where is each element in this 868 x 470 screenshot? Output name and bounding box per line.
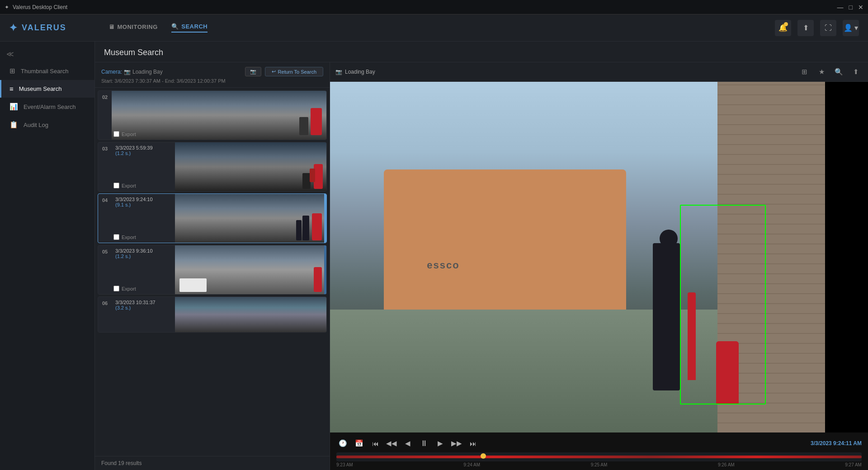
thumb-export-checkbox-03[interactable] [113,183,119,188]
thumb-export-label-03: Export [122,183,136,188]
camera-icon: 📷 [124,69,131,75]
sidebar-item-audit-log[interactable]: 📋 Audit Log [0,116,94,134]
thumb-duration-06: (3.2 s.) [115,305,171,310]
skip-back-button[interactable]: ⏮ [369,437,382,450]
thumb-num-04: 04 [102,197,108,203]
timeline-event-segment [336,456,862,458]
video-right-edge [825,82,868,432]
thumb-num: 02 [102,94,108,100]
notifications-button[interactable]: 🔔 [775,20,791,36]
content-area: Museum Search Camera: 📷 Loading Bay 📷 ↩ [95,42,868,470]
sidebar-collapse-button[interactable]: ≪ [0,46,94,62]
scene-person-body [653,243,680,390]
timeline-time-labels: 9:23 AM 9:24 AM 9:25 AM 9:26 AM 9:27 AM [330,461,868,467]
sidebar-item-event-alarm-search[interactable]: 📊 Event/Alarm Search [0,98,94,116]
back-button[interactable]: ◀ [401,437,414,450]
thumb-export-checkbox-02[interactable] [113,131,119,137]
close-button[interactable]: ✕ [858,4,863,11]
playback-timestamp: 3/3/2023 9:24:11 AM [811,440,862,446]
sidebar-item-thumbnail-search[interactable]: ⊞ Thumbnail Search [0,62,94,80]
thumbnail-item-03[interactable]: 03 3/3/2023 5:59:39 (1.2 s.) [98,142,327,192]
user-button[interactable]: 👤 ▾ [843,20,859,36]
thumb-item-left-03: 03 [98,142,112,191]
camera-name: Loading Bay [132,69,163,75]
window-controls: — □ ✕ [837,4,863,11]
titlebar: ✦ Valerus Desktop Client — □ ✕ [0,0,868,14]
thumb-num-05: 05 [102,249,108,254]
sidebar-item-museum-search[interactable]: ≡ Museum Search [0,80,94,98]
thumbnail-item-06[interactable]: 06 3/3/2023 10:31:37 (3.2 s.) [98,296,327,333]
layout-button[interactable]: ⊞ [797,65,811,79]
timeline-playhead[interactable] [481,453,486,459]
main-nav: 🖥 MONITORING 🔍 SEARCH [108,23,208,33]
audit-log-icon: 📋 [9,121,18,129]
bookmark-button[interactable]: ★ [815,65,828,79]
share-video-button[interactable]: ⬆ [849,65,863,79]
zoom-button[interactable]: 🔍 [832,65,845,79]
share-button[interactable]: ⬆ [797,20,814,36]
thumb-date-05: 3/3/2023 9:36:10 [115,248,171,254]
clock-icon-button[interactable]: 🕐 [336,437,349,450]
thumb-date-04: 3/3/2023 9:24:10 [115,197,171,202]
thumb-item-left-05: 05 [98,245,112,294]
thumb-export-checkbox-04[interactable] [113,234,119,240]
museum-search-icon: ≡ [9,85,14,93]
thumb-image-04 [175,194,326,243]
logo-icon: ✦ [9,22,17,34]
scroll-indicator-05 [324,245,326,294]
app-title: Valerus Desktop Client [13,4,67,10]
snapshot-button[interactable]: 📷 [245,67,261,76]
video-area[interactable]: essco [330,82,868,432]
timeline-label-2: 9:25 AM [591,462,608,467]
content-body: Camera: 📷 Loading Bay 📷 ↩ Return To Sear… [95,62,868,470]
play-button[interactable]: ▶ [434,437,447,450]
calendar-icon-button[interactable]: 📅 [353,437,365,450]
thumb-meta-06: 3/3/2023 10:31:37 (3.2 s.) [112,297,175,332]
nav-search[interactable]: 🔍 SEARCH [171,23,208,33]
timeline-bar[interactable] [336,452,862,461]
timeline-playback-controls: 🕐 📅 ⏮ ◀◀ ◀ ⏸ ▶ ▶▶ ⏭ [336,437,479,450]
app-icon: ✦ [5,4,9,10]
video-camera-label: 📷 Loading Bay [335,69,375,75]
skip-forward-button[interactable]: ⏭ [467,437,479,450]
thumb-export-label-02: Export [122,132,136,137]
thumb-duration-03: (1.2 s.) [115,150,171,156]
start-time: 3/6/2023 7:30:37 AM [114,78,160,84]
sidebar: ≪ ⊞ Thumbnail Search ≡ Museum Search 📊 E… [0,42,95,470]
maximize-button[interactable]: □ [849,4,853,11]
search-icon: 🔍 [171,23,179,30]
return-to-search-button[interactable]: ↩ Return To Search [265,67,323,76]
pause-button[interactable]: ⏸ [418,437,430,450]
video-panel: 📷 Loading Bay ⊞ ★ 🔍 ⬆ [330,62,868,470]
timeline-label-3: 9:26 AM [718,462,735,467]
found-results: Found 19 results [95,456,330,470]
thumb-export-label-05: Export [122,286,136,291]
video-cam-icon: 📷 [335,69,342,75]
thumb-item-left-04: 04 [98,194,112,243]
fullscreen-button[interactable]: ⛶ [820,20,836,36]
step-back-button[interactable]: ◀◀ [385,437,398,450]
return-icon: ↩ [272,69,276,75]
page-title: Museum Search [104,48,859,57]
thumb-image-03 [175,142,326,191]
logo-text: VALERUS [22,23,66,33]
thumb-export-checkbox-05[interactable] [113,286,119,291]
timeline-controls: 🕐 📅 ⏮ ◀◀ ◀ ⏸ ▶ ▶▶ ⏭ 3/3/2023 9:24:11 AM [330,435,868,452]
page-header: Museum Search [95,42,868,62]
thumbnail-item-02[interactable]: 02 Export [98,90,327,140]
minimize-button[interactable]: — [837,4,844,11]
thumbnail-item-04[interactable]: 04 3/3/2023 9:24:10 (9.1 s.) [98,193,327,243]
thumb-date-03: 3/3/2023 5:59:39 [115,145,171,150]
video-toolbar: 📷 Loading Bay ⊞ ★ 🔍 ⬆ [330,62,868,82]
titlebar-left: ✦ Valerus Desktop Client [5,4,67,10]
nav-monitoring[interactable]: 🖥 MONITORING [108,23,158,33]
step-forward-button[interactable]: ▶▶ [450,437,463,450]
end-label: End: [165,78,175,84]
scene-building [384,169,626,310]
thumbnail-item-05[interactable]: 05 3/3/2023 9:36:10 (1.2 s.) [98,245,327,295]
header-actions: 🔔 ⬆ ⛶ 👤 ▾ [775,20,859,36]
camera-label: Camera: [101,69,122,75]
thumb-num-06: 06 [102,301,108,306]
thumbnail-list: 02 Export 03 [95,88,330,456]
selected-indicator-04 [324,194,326,243]
